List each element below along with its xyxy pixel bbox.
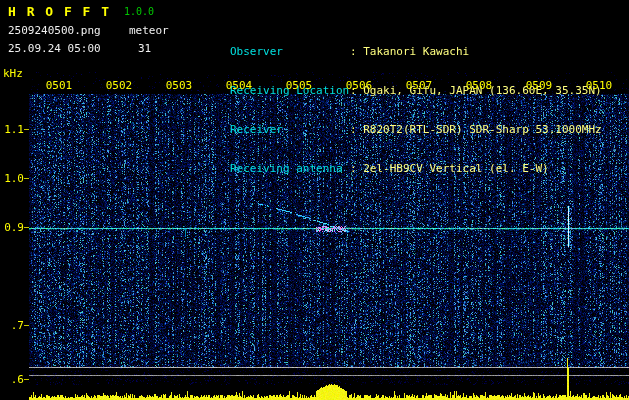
freq-label: .7 xyxy=(0,319,24,332)
info-value: : 2el-HB9CV Vertical (el. E-W) xyxy=(350,162,549,175)
info-row-antenna: Receiving antenna: 2el-HB9CV Vertical (e… xyxy=(177,149,602,162)
echo-count: 31 xyxy=(138,42,151,55)
info-row-observer: Observer: Takanori Kawachi xyxy=(177,32,602,45)
app-version: 1.0.0 xyxy=(124,6,154,17)
station-info: Observer: Takanori Kawachi Receiving Loc… xyxy=(177,6,602,188)
freq-unit-label: kHz xyxy=(3,67,23,80)
app-title: H R O F F T xyxy=(8,4,111,19)
info-value: : R820T2(RTL-SDR) SDR-Sharp 53.1000MHz xyxy=(350,123,602,136)
header: H R O F F T 1.0.0 2509240500.png meteor … xyxy=(0,0,629,70)
freq-label: .6 xyxy=(0,373,24,386)
info-label: Receiver xyxy=(230,123,350,136)
info-label: Receiving antenna xyxy=(230,162,350,175)
time-label: 0502 xyxy=(105,79,133,92)
time-label: 0504 xyxy=(225,79,253,92)
observation-datetime: 25.09.24 05:00 xyxy=(8,42,101,55)
time-label: 0501 xyxy=(45,79,73,92)
freq-label: 0.9 xyxy=(0,221,24,234)
freq-label: 1.0 xyxy=(0,172,24,185)
hrofft-window: H R O F F T 1.0.0 2509240500.png meteor … xyxy=(0,0,629,400)
info-value: : Takanori Kawachi xyxy=(350,45,469,58)
time-label: 0506 xyxy=(345,79,373,92)
mode-label: meteor xyxy=(129,24,169,37)
time-label: 0503 xyxy=(165,79,193,92)
output-filename: 2509240500.png xyxy=(8,24,101,37)
time-label: 0507 xyxy=(405,79,433,92)
info-label: Observer xyxy=(230,45,350,58)
time-label: 0508 xyxy=(465,79,493,92)
time-label: 0509 xyxy=(525,79,553,92)
info-row-receiver: Receiver: R820T2(RTL-SDR) SDR-Sharp 53.1… xyxy=(177,110,602,123)
time-label: 0510 xyxy=(585,79,613,92)
time-label: 0505 xyxy=(285,79,313,92)
freq-label: 1.1 xyxy=(0,123,24,136)
